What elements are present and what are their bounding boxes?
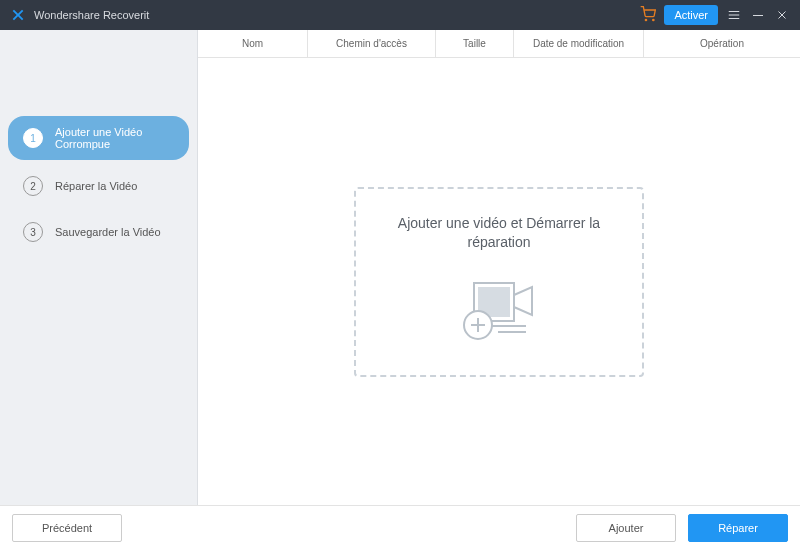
column-path: Chemin d'accès	[308, 30, 436, 57]
repair-button[interactable]: Réparer	[688, 514, 788, 542]
previous-button[interactable]: Précédent	[12, 514, 122, 542]
column-size: Taille	[436, 30, 514, 57]
app-title: Wondershare Recoverit	[34, 9, 149, 21]
svg-rect-5	[498, 331, 526, 333]
column-operation: Opération	[644, 30, 800, 57]
menu-icon[interactable]	[726, 7, 742, 23]
step-label: Réparer la Vidéo	[55, 180, 137, 192]
svg-point-1	[653, 19, 654, 20]
drop-area: Ajouter une vidéo et Démarrer la réparat…	[198, 58, 800, 505]
step-number: 2	[23, 176, 43, 196]
main-area: 1 Ajouter une Vidéo Corrompue 2 Réparer …	[0, 30, 800, 505]
cart-icon[interactable]	[640, 6, 656, 24]
step-label: Sauvegarder la Vidéo	[55, 226, 161, 238]
minimize-icon[interactable]	[750, 7, 766, 23]
drop-zone-title: Ajouter une vidéo et Démarrer la réparat…	[376, 214, 622, 253]
sidebar-step-repair-video[interactable]: 2 Réparer la Vidéo	[8, 166, 189, 206]
step-label: Ajouter une Vidéo Corrompue	[55, 126, 174, 150]
sidebar-step-save-video[interactable]: 3 Sauvegarder la Vidéo	[8, 212, 189, 252]
sidebar-step-add-video[interactable]: 1 Ajouter une Vidéo Corrompue	[8, 116, 189, 160]
drop-zone[interactable]: Ajouter une vidéo et Démarrer la réparat…	[354, 187, 644, 377]
camera-illustration-icon	[454, 273, 544, 348]
app-logo-icon	[10, 7, 26, 23]
close-icon[interactable]	[774, 7, 790, 23]
add-button[interactable]: Ajouter	[576, 514, 676, 542]
column-date: Date de modification	[514, 30, 644, 57]
footer-bar: Précédent Ajouter Réparer	[0, 505, 800, 549]
content-panel: Nom Chemin d'accès Taille Date de modifi…	[198, 30, 800, 505]
svg-point-0	[646, 19, 647, 20]
column-name: Nom	[198, 30, 308, 57]
step-number: 3	[23, 222, 43, 242]
sidebar: 1 Ajouter une Vidéo Corrompue 2 Réparer …	[0, 30, 198, 505]
step-number: 1	[23, 128, 43, 148]
titlebar: Wondershare Recoverit Activer	[0, 0, 800, 30]
table-header: Nom Chemin d'accès Taille Date de modifi…	[198, 30, 800, 58]
activate-button[interactable]: Activer	[664, 5, 718, 25]
